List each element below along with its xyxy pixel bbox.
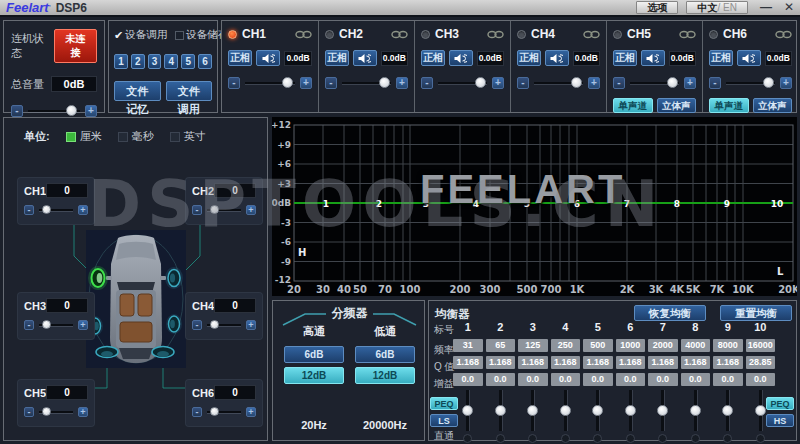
eq-q-value[interactable]: 1.168 <box>551 356 581 369</box>
eq-q-value[interactable]: 28.85 <box>746 356 776 369</box>
channel-volume-slider[interactable] <box>629 77 680 89</box>
eq-freq-value[interactable]: 4000 <box>681 339 711 352</box>
minimize-icon[interactable]: — <box>760 1 772 14</box>
eq-band-handle[interactable]: 10 <box>771 199 784 209</box>
connection-status-badge[interactable]: 未连接 <box>54 29 97 63</box>
eq-gain-slider[interactable] <box>746 390 776 431</box>
channel-volume-slider[interactable] <box>437 77 488 89</box>
channel-volume-plus-button[interactable]: + <box>492 77 504 89</box>
unit-inch-checkbox[interactable]: 英寸 <box>170 129 206 144</box>
speaker-front-right[interactable] <box>165 267 183 289</box>
channel-select-indicator[interactable] <box>517 30 526 39</box>
delay-minus-button[interactable]: - <box>24 407 34 417</box>
eq-bypass-dot[interactable] <box>463 434 472 443</box>
delay-minus-button[interactable]: - <box>24 205 34 215</box>
slider-knob[interactable] <box>462 405 473 416</box>
master-volume-plus-button[interactable]: + <box>85 105 97 117</box>
master-volume-display[interactable]: 0dB <box>51 76 97 92</box>
eq-gain-value[interactable]: 0.0 <box>486 373 516 386</box>
eq-q-value[interactable]: 1.168 <box>648 356 678 369</box>
link-icon[interactable] <box>583 30 600 39</box>
link-icon[interactable] <box>775 30 792 39</box>
eq-gain-slider[interactable] <box>551 390 581 431</box>
delay-value[interactable]: 0 <box>214 298 256 313</box>
restore-eq-button[interactable]: 恢复均衡 <box>634 305 706 321</box>
eq-q-value[interactable]: 1.168 <box>616 356 646 369</box>
channel-select-indicator[interactable] <box>325 30 334 39</box>
eq-gain-slider[interactable] <box>583 390 613 431</box>
eq-bypass-dot[interactable] <box>528 434 537 443</box>
channel-volume-plus-button[interactable]: + <box>780 77 792 89</box>
eq-band-handle[interactable]: 2 <box>376 199 382 209</box>
mute-button[interactable] <box>449 50 473 66</box>
preset-button-2[interactable]: 2 <box>131 54 145 69</box>
eq-gain-slider[interactable] <box>616 390 646 431</box>
channel-select-indicator[interactable] <box>613 30 622 39</box>
link-icon[interactable] <box>295 30 312 39</box>
eq-gain-value[interactable]: 0.0 <box>551 373 581 386</box>
channel-volume-plus-button[interactable]: + <box>300 77 312 89</box>
eq-gain-slider[interactable] <box>486 390 516 431</box>
delay-plus-button[interactable]: + <box>78 320 88 330</box>
mute-button[interactable] <box>256 50 280 66</box>
unit-cm-checkbox[interactable]: 厘米 <box>66 129 102 144</box>
delay-plus-button[interactable]: + <box>78 205 88 215</box>
eq-q-value[interactable]: 1.168 <box>583 356 613 369</box>
delay-minus-button[interactable]: - <box>192 320 202 330</box>
mono-button[interactable]: 单声道 <box>613 98 653 113</box>
eq-q-value[interactable]: 1.168 <box>486 356 516 369</box>
channel-gain-display[interactable]: 0.0dB <box>381 51 408 66</box>
eq-freq-value[interactable]: 125 <box>518 339 548 352</box>
channel-select-indicator[interactable] <box>421 30 430 39</box>
speaker-rear-right[interactable] <box>166 314 182 334</box>
channel-gain-display[interactable]: 0.0dB <box>765 51 792 66</box>
stereo-button[interactable]: 立体声 <box>753 98 793 113</box>
slider-knob[interactable] <box>379 77 390 88</box>
reset-eq-button[interactable]: 重置均衡 <box>720 305 792 321</box>
unit-ms-checkbox[interactable]: 毫秒 <box>118 129 154 144</box>
eq-gain-slider[interactable] <box>713 390 743 431</box>
eq-bypass-dot[interactable] <box>756 434 765 443</box>
channel-volume-plus-button[interactable]: + <box>396 77 408 89</box>
channel-gain-display[interactable]: 0.0dB <box>573 51 600 66</box>
slider-knob[interactable] <box>657 405 668 416</box>
eq-gain-value[interactable]: 0.0 <box>583 373 613 386</box>
channel-gain-display[interactable]: 0.0dB <box>669 51 696 66</box>
hp-slope-12db-button[interactable]: 12dB <box>284 367 344 384</box>
eq-band-handle[interactable]: 8 <box>674 199 680 209</box>
slider-knob[interactable] <box>690 405 701 416</box>
channel-volume-plus-button[interactable]: + <box>684 77 696 89</box>
delay-plus-button[interactable]: + <box>246 407 256 417</box>
lowpass-handle[interactable]: L <box>777 266 784 277</box>
slider-knob[interactable] <box>667 77 678 88</box>
channel-select-indicator[interactable] <box>228 30 237 39</box>
hp-slope-6db-button[interactable]: 6dB <box>284 346 344 363</box>
eq-gain-value[interactable]: 0.0 <box>518 373 548 386</box>
slider-knob[interactable] <box>625 405 636 416</box>
preset-button-4[interactable]: 4 <box>164 54 178 69</box>
eq-band-handle[interactable]: 5 <box>524 199 530 209</box>
eq-band-handle[interactable]: 3 <box>423 199 429 209</box>
master-volume-minus-button[interactable]: - <box>11 105 23 117</box>
delay-minus-button[interactable]: - <box>192 205 202 215</box>
delay-plus-button[interactable]: + <box>246 205 256 215</box>
phase-button[interactable]: 正相 <box>421 50 445 66</box>
mute-button[interactable] <box>545 50 569 66</box>
slider-knob[interactable] <box>42 320 51 329</box>
eq-band-handle[interactable]: 7 <box>624 199 630 209</box>
options-button[interactable]: 选项 <box>636 1 678 14</box>
slider-knob[interactable] <box>475 77 486 88</box>
file-load-button[interactable]: 文件调用 <box>166 81 213 101</box>
lp-slope-12db-button[interactable]: 12dB <box>355 367 415 384</box>
preset-button-1[interactable]: 1 <box>114 54 128 69</box>
channel-volume-minus-button[interactable]: - <box>325 77 337 89</box>
eq-band-handle[interactable]: 9 <box>724 199 730 209</box>
eq-q-value[interactable]: 1.168 <box>681 356 711 369</box>
eq-bypass-dot[interactable] <box>691 434 700 443</box>
delay-slider[interactable] <box>38 319 74 331</box>
device-recall-checkbox[interactable]: ✔ 设备调用 <box>114 28 167 42</box>
slider-knob[interactable] <box>722 405 733 416</box>
delay-value[interactable]: 0 <box>46 183 88 198</box>
eq-bypass-dot[interactable] <box>723 434 732 443</box>
eq-gain-value[interactable]: 0.0 <box>713 373 743 386</box>
